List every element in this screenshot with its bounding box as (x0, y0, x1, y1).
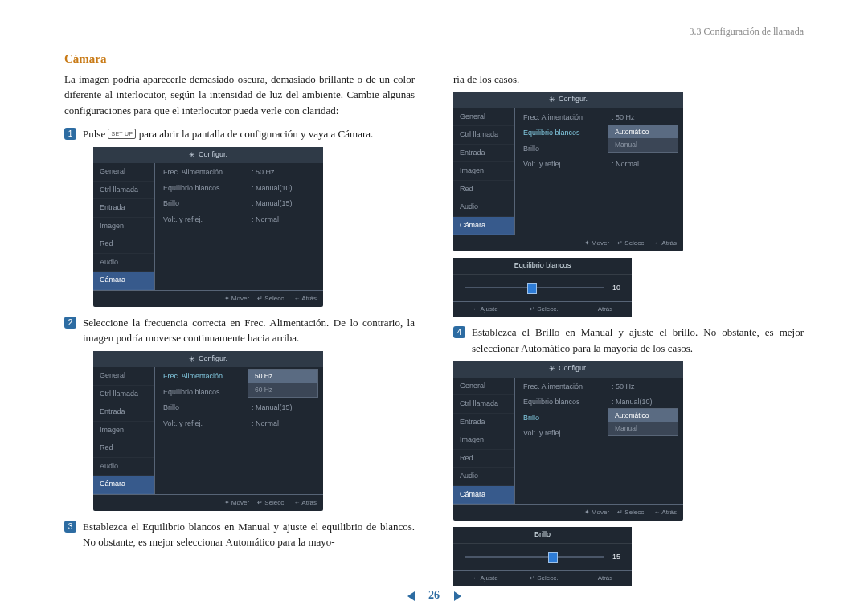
breadcrumb: 3.3 Configuración de llamada (689, 24, 804, 39)
sidebar-item-entrada[interactable]: Entrada (93, 403, 154, 422)
panel-footer: ✦ Mover↵ Selecc.← Atrás (453, 504, 683, 521)
sidebar-item-audio[interactable]: Audio (93, 458, 154, 476)
sidebar-item-red[interactable]: Red (93, 439, 154, 458)
left-column: La imagen podría aparecerle demasiado os… (64, 72, 415, 593)
sidebar-item-general[interactable]: General (453, 378, 514, 396)
step3-continuation: ría de los casos. (453, 72, 804, 88)
slider-footer: ↔ Ajuste↵ Selecc.← Atrás (453, 301, 632, 317)
sidebar-item-audio[interactable]: Audio (453, 468, 514, 486)
row-equilibrio-selected[interactable]: Equilibrio blancos (523, 128, 612, 139)
next-page-icon[interactable] (454, 591, 461, 601)
row-frec[interactable]: Frec. Alimentación (523, 112, 612, 124)
row-brillo[interactable]: Brillo (163, 403, 252, 414)
option-50hz[interactable]: 50 Hz (248, 370, 317, 383)
prev-page-icon[interactable] (407, 591, 415, 601)
sidebar-item-entrada[interactable]: Entrada (93, 199, 154, 218)
page-title: Cámara (64, 50, 804, 68)
sidebar-item-general[interactable]: General (93, 163, 154, 182)
sidebar-item-entrada[interactable]: Entrada (453, 145, 514, 163)
row-volt[interactable]: Volt. y reflej. (163, 419, 252, 430)
sidebar-item-red[interactable]: Red (453, 181, 514, 199)
gear-icon: ✳ (549, 95, 555, 106)
row-brillo-selected[interactable]: Brillo (523, 413, 612, 424)
sidebar-item-camara[interactable]: Cámara (453, 486, 514, 505)
row-frec-selected[interactable]: Frec. Alimentación (163, 371, 252, 382)
sidebar-item-camara[interactable]: Cámara (453, 217, 514, 235)
slider-value: 10 (612, 283, 620, 294)
panel-footer: ✦ Mover↵ Selecc.← Atrás (93, 290, 323, 307)
slider-thumb[interactable] (527, 283, 537, 294)
slider-value: 15 (612, 552, 620, 563)
row-frec[interactable]: Frec. Alimentación (523, 382, 612, 393)
step-number-1: 1 (64, 128, 76, 140)
step-4-text: Establezca el Brillo en Manual y ajuste … (472, 325, 804, 356)
sidebar-item-general[interactable]: General (93, 367, 154, 386)
dropdown-equilibrio[interactable]: Automático Manual (608, 125, 678, 153)
row-volt[interactable]: Volt. y reflej. (163, 215, 252, 226)
slider-track[interactable] (465, 287, 604, 288)
sidebar-item-ctrl[interactable]: Ctrl llamada (453, 395, 514, 414)
slider-track[interactable] (465, 556, 604, 558)
sidebar-item-ctrl[interactable]: Ctrl llamada (93, 182, 154, 200)
settings-panel-4: ✳Configur. General Ctrl llamada Entrada … (453, 361, 683, 521)
step-3-text: Establezca el Equilibrio blancos en Manu… (83, 519, 415, 550)
sidebar-item-ctrl[interactable]: Ctrl llamada (453, 126, 514, 145)
step-number-2: 2 (64, 317, 76, 329)
sidebar-item-camara[interactable]: Cámara (93, 476, 154, 494)
sidebar-item-audio[interactable]: Audio (453, 198, 514, 217)
option-60hz[interactable]: 60 Hz (248, 383, 317, 397)
sidebar-item-red[interactable]: Red (93, 235, 154, 254)
panel-footer: ✦ Mover↵ Selecc.← Atrás (453, 235, 683, 251)
settings-panel-3: ✳Configur. General Ctrl llamada Entrada … (453, 92, 683, 251)
sidebar-item-entrada[interactable]: Entrada (453, 414, 514, 432)
sidebar-item-audio[interactable]: Audio (93, 254, 154, 272)
sidebar-item-imagen[interactable]: Imagen (93, 422, 154, 440)
dropdown-frec[interactable]: 50 Hz 60 Hz (248, 369, 318, 398)
step-2-text: Seleccione la frecuencia correcta en Fre… (83, 315, 415, 346)
settings-panel-2: ✳Configur. General Ctrl llamada Entrada … (93, 351, 323, 511)
slider-equilibrio: Equilibrio blancos 10 ↔ Ajuste↵ Selecc.←… (453, 258, 632, 317)
slider-thumb[interactable] (548, 552, 558, 563)
settings-sidebar: General Ctrl llamada Entrada Imagen Red … (93, 163, 155, 290)
row-brillo[interactable]: Brillo (523, 144, 612, 155)
sidebar-item-general[interactable]: General (453, 108, 514, 127)
option-automatico[interactable]: Automático (608, 125, 678, 139)
row-equilibrio[interactable]: Equilibrio blancos (523, 397, 612, 408)
sidebar-item-imagen[interactable]: Imagen (453, 162, 514, 181)
sidebar-item-ctrl[interactable]: Ctrl llamada (93, 386, 154, 404)
panel-footer: ✦ Mover↵ Selecc.← Atrás (93, 494, 323, 511)
intro-text: La imagen podría aparecerle demasiado os… (64, 72, 415, 119)
gear-icon: ✳ (189, 150, 195, 161)
slider-footer: ↔ Ajuste↵ Selecc.← Atrás (453, 570, 632, 586)
settings-panel-1: ✳Configur. General Ctrl llamada Entrada … (93, 147, 323, 307)
setup-key-icon: SET UP (108, 129, 136, 139)
row-frec[interactable]: Frec. Alimentación (163, 167, 252, 178)
row-equilibrio[interactable]: Equilibrio blancos (163, 183, 252, 194)
step-number-4: 4 (453, 326, 465, 338)
sidebar-item-imagen[interactable]: Imagen (93, 218, 154, 236)
page-number: 26 (428, 589, 440, 601)
sidebar-item-camara[interactable]: Cámara (93, 272, 154, 290)
gear-icon: ✳ (549, 364, 555, 375)
gear-icon: ✳ (189, 354, 195, 366)
step-1-text: Pulse SET UP para abrir la pantalla de c… (83, 126, 415, 142)
dropdown-brillo[interactable]: Automático Manual (608, 408, 678, 437)
row-volt[interactable]: Volt. y reflej. (523, 159, 612, 170)
row-volt[interactable]: Volt. y reflej. (523, 428, 612, 439)
row-brillo[interactable]: Brillo (163, 198, 252, 210)
page-navigation: 26 (0, 586, 868, 603)
slider-brillo: Brillo 15 ↔ Ajuste↵ Selecc.← Atrás (453, 527, 632, 586)
option-manual[interactable]: Manual (608, 138, 678, 152)
row-equilibrio[interactable]: Equilibrio blancos (163, 387, 252, 398)
option-automatico[interactable]: Automático (608, 409, 678, 423)
right-column: ría de los casos. ✳Configur. General Ctr… (453, 72, 804, 593)
sidebar-item-red[interactable]: Red (453, 450, 514, 468)
sidebar-item-imagen[interactable]: Imagen (453, 431, 514, 450)
option-manual[interactable]: Manual (608, 422, 678, 435)
step-number-3: 3 (64, 521, 76, 533)
